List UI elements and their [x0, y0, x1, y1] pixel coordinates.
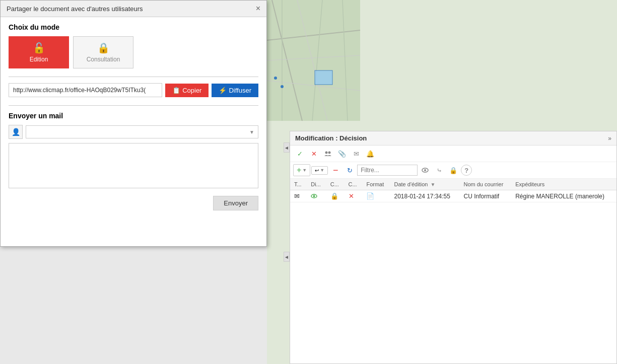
attach-button[interactable]: 📎	[335, 148, 349, 160]
remove-button[interactable]: −	[329, 164, 342, 176]
col-di: Di...	[307, 179, 326, 190]
panel-expand-button[interactable]: »	[608, 135, 611, 142]
format-doc-icon: 📄	[366, 192, 374, 200]
envoyer-button[interactable]: Envoyer	[213, 196, 258, 210]
help-button[interactable]: ?	[461, 165, 472, 176]
data-table: T... Di... C... C... Format Date d'éditi…	[290, 179, 616, 202]
cell-type: ✉	[290, 190, 307, 202]
col-format: Format	[362, 179, 390, 190]
envoyer-button-row: Envoyer	[9, 196, 258, 210]
url-row: 📋 Copier ⚡ Diffuser	[9, 83, 258, 97]
di-eye-icon[interactable]	[311, 192, 317, 200]
filter-input[interactable]	[357, 165, 418, 176]
diffuser-button[interactable]: ⚡ Diffuser	[212, 84, 258, 97]
svg-point-18	[313, 195, 315, 197]
svg-point-14	[328, 152, 331, 154]
modification-panel: Modification : Décision » ✓ ✕ 📎 ✉ 🔔 + ▼ …	[290, 131, 617, 364]
collapse-button-top[interactable]: ◄	[284, 142, 290, 153]
choix-mode-label: Choix du mode	[9, 23, 258, 31]
mode-edition-button[interactable]: 🔓 Edition	[9, 36, 69, 68]
recipient-input[interactable]	[26, 125, 258, 138]
undo-dropdown[interactable]: ↩ ▼	[311, 166, 328, 175]
table-header: T... Di... C... C... Format Date d'éditi…	[290, 179, 616, 190]
copier-button[interactable]: 📋 Copier	[165, 84, 209, 97]
add-dropdown[interactable]: + ▼	[293, 164, 310, 176]
consultation-label: Consultation	[87, 56, 120, 63]
diffuser-icon: ⚡	[219, 87, 227, 94]
undo-icon: ↩	[315, 168, 319, 173]
envoyer-mail-label: Envoyer un mail	[9, 112, 258, 120]
col-nom: Nom du courrier	[459, 179, 511, 190]
col-c2: C...	[345, 179, 363, 190]
person-icon: 👤	[9, 125, 23, 139]
cell-date: 2018-01-24 17:34:55	[390, 190, 459, 202]
mode-consultation-button[interactable]: 🔒 Consultation	[73, 36, 133, 68]
cell-di	[307, 190, 326, 202]
cell-c2: ✕	[345, 190, 363, 202]
table-row: ✉ 🔒 ✕ 📄 2018-01-24 17:34:55 CU Informati…	[290, 190, 616, 202]
close-button[interactable]: ×	[256, 5, 260, 13]
col-c1: C...	[326, 179, 345, 190]
sort-arrow: ▼	[430, 182, 435, 187]
dialog-header: Partager le document avec d'autres utili…	[1, 1, 266, 17]
refresh-button[interactable]: ↻	[343, 164, 356, 176]
type-mail-icon: ✉	[294, 192, 300, 200]
c2-delete-icon[interactable]: ✕	[349, 192, 354, 200]
col-type: T...	[290, 179, 307, 190]
toolbar-row-2: + ▼ ↩ ▼ − ↻ ⤷ 🔒 ?	[290, 162, 616, 179]
recipient-input-wrap: ▼	[26, 125, 258, 138]
group-icon	[324, 151, 331, 157]
mode-buttons-group: 🔓 Edition 🔒 Consultation	[9, 36, 258, 68]
share-button[interactable]: ⤷	[433, 164, 446, 176]
svg-point-16	[424, 169, 426, 171]
collapse-button-bottom[interactable]: ◄	[284, 252, 290, 262]
edition-label: Edition	[30, 56, 48, 63]
share-dialog: Partager le document avec d'autres utili…	[0, 0, 267, 247]
url-input[interactable]	[9, 83, 162, 97]
panel-header: Modification : Décision »	[290, 131, 616, 145]
svg-point-11	[274, 77, 277, 80]
col-date[interactable]: Date d'édition ▼	[390, 179, 459, 190]
lock-closed-icon: 🔒	[97, 42, 110, 54]
cell-format: 📄	[362, 190, 390, 202]
undo-arrow: ▼	[320, 168, 324, 173]
eye-button[interactable]	[419, 164, 432, 176]
lock-open-icon: 🔓	[33, 42, 45, 54]
table-body: ✉ 🔒 ✕ 📄 2018-01-24 17:34:55 CU Informati…	[290, 190, 616, 202]
cancel-button[interactable]: ✕	[307, 148, 320, 160]
separator-1	[9, 77, 258, 77]
message-textarea[interactable]	[9, 143, 258, 188]
svg-rect-10	[315, 70, 332, 85]
lock-button[interactable]: 🔒	[447, 164, 460, 176]
eye-icon	[422, 168, 429, 173]
validate-button[interactable]: ✓	[293, 148, 306, 160]
svg-point-12	[281, 85, 284, 88]
col-expediteurs: Expéditeurs	[511, 179, 616, 190]
dialog-title: Partager le document avec d'autres utili…	[7, 5, 143, 13]
svg-point-13	[325, 152, 328, 154]
cell-c1: 🔒	[326, 190, 345, 202]
cell-nom: CU Informatif	[459, 190, 511, 202]
diffuser-label: Diffuser	[229, 87, 251, 94]
add-label: +	[297, 166, 301, 175]
cell-expediteurs: Régine MANEROLLE (manerole)	[511, 190, 616, 202]
group-button[interactable]	[321, 148, 334, 160]
recipient-row: 👤 ▼	[9, 125, 258, 139]
panel-title: Modification : Décision	[295, 134, 367, 142]
copy-icon: 📋	[172, 87, 180, 94]
add-arrow: ▼	[302, 168, 307, 173]
mail-button[interactable]: ✉	[350, 148, 363, 160]
toolbar-row-1: ✓ ✕ 📎 ✉ 🔔	[290, 145, 616, 162]
eye-icon-green	[311, 194, 317, 198]
separator-2	[9, 105, 258, 106]
copier-label: Copier	[182, 87, 201, 94]
c1-lock-icon: 🔒	[330, 192, 338, 200]
dialog-body: Choix du mode 🔓 Edition 🔒 Consultation 📋…	[1, 17, 266, 216]
bell-button[interactable]: 🔔	[364, 148, 377, 160]
